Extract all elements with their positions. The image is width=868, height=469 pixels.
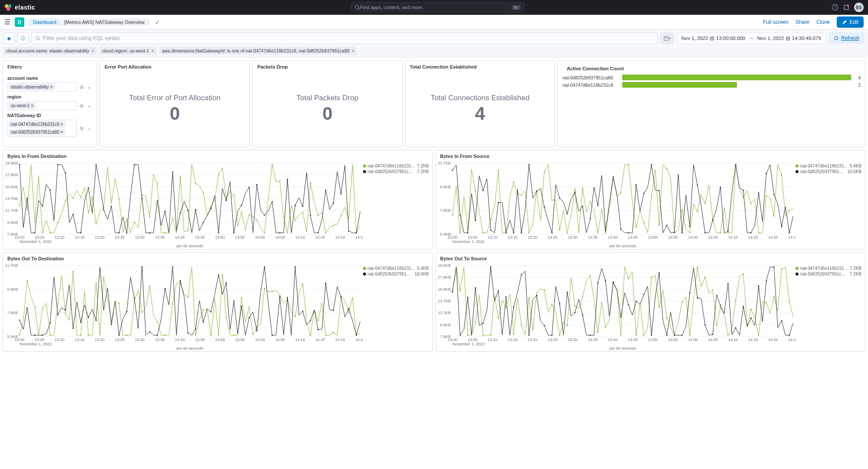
kql-input[interactable]: Filter your data using KQL syntax xyxy=(31,32,657,44)
chevron-down-icon[interactable]: ⌄ xyxy=(86,84,92,90)
close-icon[interactable]: × xyxy=(60,122,63,127)
svg-point-309 xyxy=(226,317,227,318)
svg-point-331 xyxy=(50,322,51,324)
svg-point-444 xyxy=(743,273,744,275)
close-icon[interactable]: × xyxy=(31,103,33,108)
space-selector[interactable]: D xyxy=(15,17,24,27)
crumb-dashboard[interactable]: Dashboard xyxy=(29,18,63,26)
dataview-button[interactable]: ◉ xyxy=(3,33,15,44)
svg-point-97 xyxy=(65,172,66,174)
clear-icon[interactable]: ⊗ xyxy=(79,84,84,90)
legend-item[interactable]: nat-04747d6e118b231...7.2KB xyxy=(795,266,861,271)
svg-text:9.8KB: 9.8KB xyxy=(440,185,450,189)
filter-pill-region[interactable]: cloud.region: us-west-1× xyxy=(99,47,157,55)
svg-text:14:10: 14:10 xyxy=(728,235,737,239)
svg-point-125 xyxy=(279,232,281,233)
elastic-logo[interactable]: elastic xyxy=(4,3,35,11)
pencil-icon xyxy=(842,20,847,25)
svg-text:14:05: 14:05 xyxy=(708,235,717,239)
svg-text:14:05: 14:05 xyxy=(708,338,717,342)
svg-point-478 xyxy=(658,272,660,273)
global-search-input[interactable]: Find apps, content, and more. ⌘/ xyxy=(351,2,525,13)
svg-point-350 xyxy=(195,328,196,330)
svg-point-2 xyxy=(7,7,10,11)
clear-icon[interactable]: ⊗ xyxy=(79,125,84,131)
svg-text:13:45: 13:45 xyxy=(628,338,637,342)
user-avatar[interactable]: BS xyxy=(854,3,864,12)
svg-point-115 xyxy=(203,222,204,223)
filter-pill-natgateway[interactable]: aws.dimensions.NatGatewayId: is one of n… xyxy=(159,47,357,55)
close-icon[interactable]: × xyxy=(91,48,94,53)
svg-text:14:20: 14:20 xyxy=(335,338,345,342)
svg-point-253 xyxy=(789,232,790,233)
svg-point-131 xyxy=(325,190,327,191)
newsfeed-icon[interactable] xyxy=(843,4,850,11)
close-icon[interactable]: × xyxy=(60,130,63,134)
svg-point-88 xyxy=(340,215,342,216)
legend-item[interactable]: nat-0d8252b937951...10.5KB xyxy=(795,169,861,174)
clear-icon[interactable]: ⊗ xyxy=(79,103,84,109)
svg-point-442 xyxy=(727,335,729,336)
chart-legend: nat-04747d6e118b231...7.2KB nat-0d8252b9… xyxy=(363,161,432,249)
svg-point-476 xyxy=(643,294,644,295)
header-right: ? BS xyxy=(832,3,864,12)
chevron-down-icon[interactable]: ⌄ xyxy=(86,125,92,131)
tag-account[interactable]: elastic-observability× xyxy=(9,84,55,90)
control-natgateway[interactable]: nat-04747d6e118b231c9× nat-0d8252b937951… xyxy=(7,120,77,137)
control-region[interactable]: us-west-1× xyxy=(7,101,77,110)
svg-point-343 xyxy=(142,266,143,268)
svg-text:13:55: 13:55 xyxy=(235,235,244,239)
tag-nat1[interactable]: nat-04747d6e118b231c9× xyxy=(9,121,65,128)
svg-point-176 xyxy=(544,171,545,172)
crumb-current[interactable]: [Metrics AWS] NATGateway Overview xyxy=(60,18,151,26)
svg-point-52 xyxy=(65,200,66,201)
panel-packets-drop: Packets Drop Total Packets Drop 0 xyxy=(252,60,402,147)
saved-query-button[interactable]: ⓘ xyxy=(17,33,29,44)
svg-point-184 xyxy=(605,232,606,233)
close-icon[interactable]: × xyxy=(151,48,154,53)
legend-item[interactable]: nat-0d8252b937951c...7.2KB xyxy=(363,169,429,174)
control-label-nat: NATGateway ID xyxy=(7,113,92,118)
clone-link[interactable]: Clone xyxy=(816,19,830,25)
full-screen-link[interactable]: Full screen xyxy=(763,19,789,25)
control-account[interactable]: elastic-observability× xyxy=(7,82,77,92)
svg-point-486 xyxy=(719,305,721,306)
legend-item[interactable]: nat-04747d6e118b231...5.4KB xyxy=(795,163,861,169)
edit-button[interactable]: Edit xyxy=(837,16,864,28)
svg-point-212 xyxy=(475,220,476,221)
legend-item[interactable]: nat-0d8252b937951c...7.2KB xyxy=(795,271,861,277)
svg-point-319 xyxy=(302,283,304,285)
datepicker-quick-button[interactable]: ▾ xyxy=(660,32,674,44)
svg-point-129 xyxy=(310,215,311,216)
svg-point-348 xyxy=(180,280,181,282)
close-icon[interactable]: × xyxy=(352,48,354,53)
edit-label: Edit xyxy=(849,19,858,25)
nav-toggle-icon[interactable]: ☰ xyxy=(4,18,10,26)
filter-pill-account[interactable]: cloud.account.name: elastic-observabilit… xyxy=(3,47,97,55)
panel-title: Filters xyxy=(3,61,97,71)
tag-region[interactable]: us-west-1× xyxy=(9,102,36,109)
svg-point-245 xyxy=(727,231,729,232)
svg-text:13:25: 13:25 xyxy=(548,235,557,239)
share-link[interactable]: Share xyxy=(795,19,809,25)
svg-point-293 xyxy=(103,277,105,278)
svg-point-472 xyxy=(612,282,614,283)
tag-nat2[interactable]: nat-0d8252b937951ca80× xyxy=(9,129,65,135)
date-range[interactable]: Nov 1, 2022 @ 13:00:00.000 → Nov 1, 2022… xyxy=(677,32,826,44)
svg-point-79 xyxy=(271,164,273,165)
svg-point-482 xyxy=(689,292,690,294)
chevron-down-icon[interactable]: ⌄ xyxy=(86,103,92,108)
close-icon[interactable]: × xyxy=(50,85,53,89)
svg-point-340 xyxy=(119,335,120,336)
svg-text:per 60 seconds: per 60 seconds xyxy=(177,244,204,248)
svg-point-238 xyxy=(673,232,675,233)
svg-point-203 xyxy=(750,203,752,204)
panel-bytes-out-dest: Bytes Out To Destination 5.9KB7.8KB9.8KB… xyxy=(3,252,433,352)
legend-item[interactable]: nat-0d8252b937951...10.5KB xyxy=(363,271,429,277)
legend-item[interactable]: nat-04747d6e118b231...5.4KB xyxy=(363,266,429,271)
svg-point-312 xyxy=(248,306,250,308)
svg-text:14:00: 14:00 xyxy=(255,235,265,239)
refresh-button[interactable]: Refresh xyxy=(828,32,865,44)
help-icon[interactable]: ? xyxy=(832,4,838,11)
legend-item[interactable]: nat-04747d6e118b231...7.2KB xyxy=(363,163,429,169)
